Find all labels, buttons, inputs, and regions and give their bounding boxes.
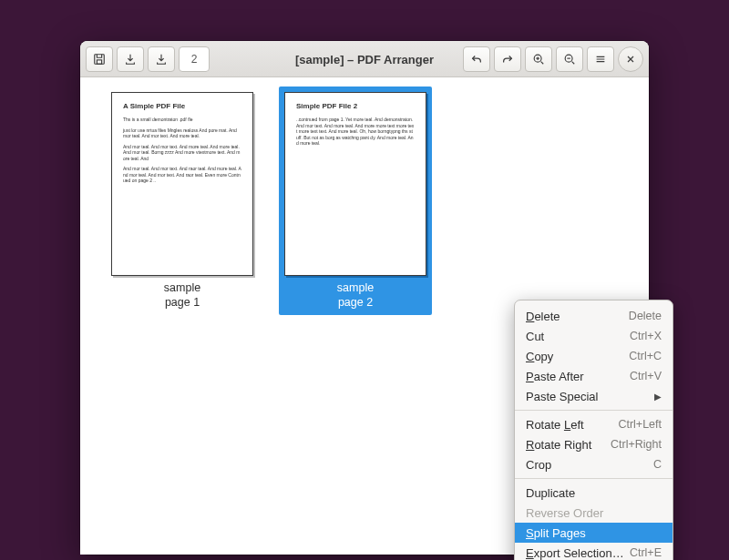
menu-item-accel: Ctrl+X bbox=[630, 330, 662, 342]
thumbnail-caption: sample page 2 bbox=[337, 281, 374, 310]
menu-item-label: Cut bbox=[526, 330, 630, 343]
undo-icon bbox=[470, 53, 483, 66]
import2-icon bbox=[155, 53, 168, 66]
menu-item-accel: Ctrl+Right bbox=[611, 438, 662, 451]
menu-item-accel: Ctrl+Left bbox=[618, 418, 662, 431]
import-button[interactable] bbox=[117, 46, 144, 72]
redo-icon bbox=[501, 53, 514, 66]
menu-item-paste-after[interactable]: Paste AfterCtrl+V bbox=[515, 366, 673, 386]
menu-item-accel: Ctrl+C bbox=[629, 350, 662, 362]
menu-item-accel: Delete bbox=[629, 310, 662, 322]
menu-item-paste-special[interactable]: Paste Special▶ bbox=[515, 386, 673, 406]
close-icon bbox=[625, 54, 636, 65]
menu-item-accel: Ctrl+E bbox=[630, 546, 662, 559]
toolbar-left: 2 bbox=[86, 46, 210, 72]
zoom-out-icon bbox=[563, 53, 576, 66]
menu-item-crop[interactable]: CropC bbox=[515, 454, 673, 474]
menu-item-label: Export Selection… bbox=[526, 546, 630, 560]
caption-name: sample bbox=[337, 281, 374, 296]
menu-item-label: Delete bbox=[526, 310, 629, 323]
menu-item-rotate-right[interactable]: Rotate RightCtrl+Right bbox=[515, 434, 673, 454]
page-preview: A Simple PDF File Ths is a small demontr… bbox=[111, 92, 253, 276]
menu-item-label: Copy bbox=[526, 350, 629, 363]
menu-item-rotate-left[interactable]: Rotate LeftCtrl+Left bbox=[515, 414, 673, 434]
thumbnail-caption: sample page 1 bbox=[164, 281, 200, 310]
page-thumbnail[interactable]: Simple PDF File 2 ..contnued from page 1… bbox=[279, 87, 432, 315]
menu-item-split-pages[interactable]: Split Pages bbox=[515, 523, 673, 543]
menu-item-export-selection[interactable]: Export Selection…Ctrl+E bbox=[515, 543, 673, 560]
page-number-field[interactable]: 2 bbox=[179, 46, 210, 72]
menu-item-delete[interactable]: DeleteDelete bbox=[515, 306, 673, 326]
menu-item-label: Paste Special bbox=[526, 390, 654, 403]
headerbar: [sample] – PDF Arranger 2 bbox=[80, 41, 649, 77]
hamburger-icon bbox=[594, 53, 607, 66]
save-icon bbox=[93, 53, 106, 66]
close-window-button[interactable] bbox=[618, 46, 643, 72]
thumbnail-grid: A Simple PDF File Ths is a small demontr… bbox=[80, 77, 649, 324]
menu-item-cut[interactable]: CutCtrl+X bbox=[515, 326, 673, 346]
svg-rect-0 bbox=[95, 54, 105, 64]
context-menu: DeleteDeleteCutCtrl+XCopyCtrl+CPaste Aft… bbox=[514, 300, 673, 560]
page-preview-title: Simple PDF File 2 bbox=[296, 102, 415, 111]
import-icon bbox=[124, 53, 137, 66]
menu-item-label: Duplicate bbox=[526, 486, 662, 500]
menu-item-label: Split Pages bbox=[526, 526, 662, 540]
caption-name: sample bbox=[164, 281, 200, 296]
undo-button[interactable] bbox=[463, 46, 490, 72]
menu-item-label: Rotate Right bbox=[526, 438, 611, 452]
toolbar-right bbox=[463, 46, 643, 72]
caption-page: page 2 bbox=[337, 296, 374, 311]
menu-item-copy[interactable]: CopyCtrl+C bbox=[515, 346, 673, 366]
menu-item-label: Paste After bbox=[526, 370, 630, 383]
menu-item-label: Rotate Left bbox=[526, 418, 618, 432]
zoom-out-button[interactable] bbox=[556, 46, 583, 72]
page-thumbnail[interactable]: A Simple PDF File Ths is a small demontr… bbox=[106, 87, 259, 315]
menu-item-reverse-order: Reverse Order bbox=[515, 503, 673, 523]
hamburger-menu-button[interactable] bbox=[587, 46, 614, 72]
svg-rect-1 bbox=[97, 59, 101, 63]
menu-item-label: Reverse Order bbox=[526, 506, 662, 520]
redo-button[interactable] bbox=[494, 46, 521, 72]
page-preview-title: A Simple PDF File bbox=[123, 102, 241, 111]
save-button[interactable] bbox=[86, 46, 113, 72]
page-number-value: 2 bbox=[191, 53, 198, 66]
menu-item-accel: C bbox=[653, 458, 662, 471]
menu-separator bbox=[515, 478, 673, 479]
zoom-in-button[interactable] bbox=[525, 46, 552, 72]
menu-item-label: Crop bbox=[526, 458, 653, 472]
caption-page: page 1 bbox=[164, 296, 200, 311]
page-preview: Simple PDF File 2 ..contnued from page 1… bbox=[284, 92, 426, 276]
menu-separator bbox=[515, 410, 673, 411]
zoom-in-icon bbox=[532, 53, 545, 66]
menu-item-duplicate[interactable]: Duplicate bbox=[515, 483, 673, 503]
submenu-arrow-icon: ▶ bbox=[654, 392, 662, 402]
import2-button[interactable] bbox=[148, 46, 175, 72]
menu-item-accel: Ctrl+V bbox=[630, 370, 662, 382]
